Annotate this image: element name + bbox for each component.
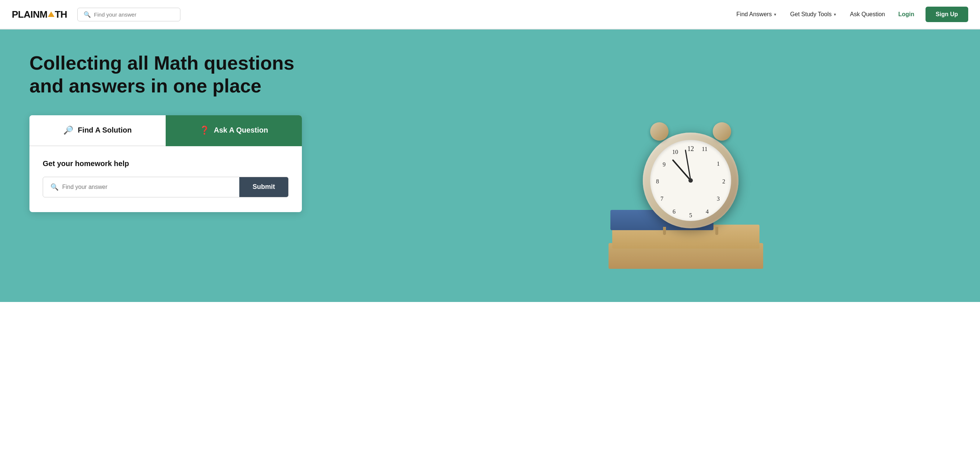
hero-image: 12 1 2 3 4 5 6 7 8 9 10 11 — [392, 29, 980, 302]
svg-text:12: 12 — [687, 145, 694, 153]
clock-outer: 12 1 2 3 4 5 6 7 8 9 10 11 — [643, 132, 738, 228]
signup-button[interactable]: Sign Up — [926, 6, 968, 22]
svg-text:5: 5 — [689, 212, 692, 218]
nav-get-study-tools[interactable]: Get Study Tools ▼ — [785, 8, 842, 21]
navbar: PLAINMTH 🔍 Find Answers ▼ Get Study Tool… — [0, 0, 980, 29]
submit-button[interactable]: Submit — [239, 177, 288, 197]
clock-body: 12 1 2 3 4 5 6 7 8 9 10 11 — [643, 132, 738, 228]
clock-leg-left — [663, 227, 666, 235]
tab-ask-question[interactable]: ❓ Ask A Question — [165, 115, 302, 146]
hero-content: Collecting all Math questions and answer… — [29, 51, 302, 212]
logo-text-before: PLAINM — [12, 9, 48, 20]
chevron-down-icon: ▼ — [833, 13, 837, 17]
logo-triangle-icon — [48, 11, 54, 17]
svg-text:7: 7 — [660, 196, 663, 202]
clock-leg-right — [715, 227, 718, 235]
tab-find-solution[interactable]: 🔎 Find A Solution — [29, 115, 165, 146]
svg-text:8: 8 — [656, 178, 659, 185]
svg-text:9: 9 — [663, 161, 666, 167]
clock-face: 12 1 2 3 4 5 6 7 8 9 10 11 — [650, 140, 731, 221]
clock-scene: 12 1 2 3 4 5 6 7 8 9 10 11 — [594, 62, 778, 269]
svg-text:1: 1 — [717, 161, 720, 167]
svg-point-14 — [689, 178, 693, 183]
nav-search-input[interactable] — [94, 11, 174, 18]
search-book-icon: 🔎 — [63, 126, 73, 135]
card-subtitle: Get your homework help — [43, 159, 289, 168]
card-search-input-wrapper[interactable]: 🔍 — [43, 177, 239, 197]
card-search-field[interactable] — [62, 184, 232, 190]
nav-find-answers[interactable]: Find Answers ▼ — [731, 8, 782, 21]
logo-text-after: TH — [55, 9, 67, 20]
svg-text:2: 2 — [722, 178, 725, 185]
search-icon: 🔍 — [84, 11, 91, 18]
card-tabs: 🔎 Find A Solution ❓ Ask A Question — [29, 115, 302, 146]
bell-right — [713, 122, 731, 141]
nav-links: Find Answers ▼ Get Study Tools ▼ Ask Que… — [731, 6, 968, 22]
hero-title: Collecting all Math questions and answer… — [29, 51, 302, 97]
login-link[interactable]: Login — [893, 8, 920, 21]
svg-text:3: 3 — [717, 196, 720, 202]
svg-text:4: 4 — [706, 209, 709, 215]
search-icon: 🔍 — [51, 183, 59, 191]
logo: PLAINMTH — [12, 9, 67, 20]
nav-ask-question[interactable]: Ask Question — [845, 8, 890, 21]
card-search: 🔍 Submit — [43, 177, 289, 198]
card-body: Get your homework help 🔍 Submit — [29, 146, 302, 212]
svg-text:6: 6 — [673, 209, 676, 215]
nav-search-box[interactable]: 🔍 — [77, 8, 180, 21]
svg-text:10: 10 — [672, 149, 678, 155]
solution-card: 🔎 Find A Solution ❓ Ask A Question Get y… — [29, 115, 302, 212]
bell-left — [650, 122, 668, 141]
svg-text:11: 11 — [702, 146, 708, 152]
chevron-down-icon: ▼ — [773, 13, 777, 17]
question-icon: ❓ — [199, 126, 210, 135]
hero-section: Collecting all Math questions and answer… — [0, 29, 980, 302]
clock-numbers: 12 1 2 3 4 5 6 7 8 9 10 11 — [650, 140, 731, 221]
